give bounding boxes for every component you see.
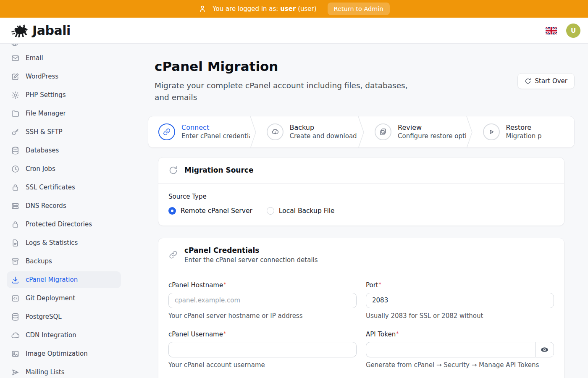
step-title: Backup	[290, 123, 358, 131]
radio-remote-cpanel-server[interactable]: Remote cPanel Server	[168, 207, 252, 215]
sidebar-item-databases[interactable]: Databases	[7, 142, 121, 159]
code-icon	[11, 294, 20, 303]
link-icon	[163, 128, 171, 136]
step-description: Create and download backup	[290, 132, 358, 140]
cloud-download-icon	[271, 128, 279, 136]
step-circle	[375, 123, 391, 140]
step-description: Migration p	[506, 132, 542, 140]
migration-stepper: ConnectEnter cPanel credentialsBackupCre…	[148, 116, 575, 148]
lock-icon	[11, 220, 20, 229]
sidebar-nav: EmailWordPressPHP SettingsFile ManagerSS…	[0, 44, 128, 378]
sidebar-item-image-optimization[interactable]: Image Optimization	[7, 345, 121, 362]
sidebar-item-ssl-certificates[interactable]: SSL Certificates	[7, 179, 121, 196]
admin-impersonation-bar: You are logged in as: user (user) Return…	[0, 0, 588, 18]
sidebar-item-cron-jobs[interactable]: Cron Jobs	[7, 160, 121, 177]
step-separator	[250, 116, 257, 147]
api-token-field: API Token* Generate from cPanel → Securi…	[366, 331, 554, 369]
sidebar-item-php-settings[interactable]: PHP Settings	[7, 87, 121, 103]
step-review[interactable]: ReviewConfigure restore options	[365, 116, 466, 147]
sidebar-item-label: Logs & Statistics	[26, 239, 78, 247]
port-helper: Usually 2083 for SSL or 2082 without	[366, 312, 554, 320]
play-icon	[487, 128, 496, 136]
app-header: Jabali U	[0, 18, 588, 44]
sidebar-item-protected-directories[interactable]: Protected Directories	[7, 216, 121, 233]
username-field: cPanel Username* Your cPanel account use…	[168, 331, 357, 369]
sidebar-item-postgresql[interactable]: PostgreSQL	[7, 308, 121, 325]
hostname-label: cPanel Hostname*	[168, 281, 357, 289]
username-input[interactable]	[168, 342, 357, 357]
api-token-input[interactable]	[366, 342, 536, 357]
hostname-input[interactable]	[168, 293, 357, 308]
return-to-admin-button[interactable]: Return to Admin	[328, 3, 390, 15]
port-field: Port* Usually 2083 for SSL or 2082 witho…	[366, 281, 554, 320]
sidebar-item-email[interactable]: Email	[7, 50, 121, 66]
sidebar-item-wordpress[interactable]: WordPress	[7, 68, 121, 85]
gear-icon	[11, 91, 20, 100]
refresh-icon	[525, 78, 531, 84]
sidebar-item-label: Databases	[26, 147, 59, 154]
sidebar-item-label: Mailing Lists	[26, 368, 64, 376]
username-label: cPanel Username*	[168, 331, 357, 338]
sidebar-item-label: PHP Settings	[26, 91, 66, 99]
sidebar-item-label: DNS Records	[26, 202, 66, 210]
copy-check-icon	[379, 128, 387, 136]
step-description: Configure restore options	[398, 132, 466, 140]
sidebar-item-label: SSH & SFTP	[26, 128, 63, 136]
clock-icon	[11, 165, 20, 173]
database-icon	[11, 146, 20, 155]
brand-logo[interactable]: Jabali	[11, 23, 71, 38]
sidebar-item-label: Protected Directories	[26, 220, 92, 228]
source-type-label: Source Type	[168, 193, 554, 200]
sidebar-item-ssh-sftp[interactable]: SSH & SFTP	[7, 123, 121, 140]
globe-icon	[10, 44, 19, 47]
sidebar-item-file-manager[interactable]: File Manager	[7, 105, 121, 122]
username-helper: Your cPanel account username	[168, 361, 357, 369]
sidebar-item-label: PostgreSQL	[26, 313, 62, 320]
boar-icon	[11, 23, 29, 38]
credentials-title: cPanel Credentials	[184, 246, 318, 255]
sidebar-item-label: Cron Jobs	[26, 165, 55, 173]
uk-flag-icon[interactable]	[546, 27, 557, 34]
sidebar-item-logs-statistics[interactable]: Logs & Statistics	[7, 234, 121, 251]
server-icon	[11, 202, 20, 210]
step-circle	[267, 123, 284, 140]
hostname-field: cPanel Hostname* Your cPanel server host…	[168, 281, 357, 320]
hostname-helper: Your cPanel server hostname or IP addres…	[168, 312, 357, 320]
logged-in-username: user	[280, 5, 296, 13]
sidebar-item-cpanel-migration[interactable]: cPanel Migration	[7, 271, 121, 288]
step-separator	[466, 116, 473, 147]
edit-icon	[11, 72, 20, 81]
migration-source-card: Migration Source Source Type Remote cPan…	[158, 157, 564, 226]
eye-icon	[540, 345, 549, 354]
sidebar-item-label: File Manager	[26, 110, 66, 117]
sidebar-item-label: WordPress	[26, 73, 58, 80]
sidebar-item-mailing-lists[interactable]: Mailing Lists	[7, 364, 121, 378]
port-label: Port*	[366, 281, 554, 289]
logged-in-message: You are logged in as: user (user)	[213, 5, 316, 13]
refresh-icon	[168, 165, 178, 175]
port-input[interactable]	[366, 293, 554, 308]
page-title: cPanel Migration	[155, 59, 419, 74]
sidebar-item-backups[interactable]: Backups	[7, 253, 121, 270]
step-backup[interactable]: BackupCreate and download backup	[257, 116, 358, 147]
toggle-token-visibility-button[interactable]	[536, 342, 554, 357]
radio-unselected-icon	[267, 207, 274, 215]
lock-icon	[11, 183, 20, 192]
credentials-subtitle: Enter the cPanel server connection detai…	[184, 256, 318, 264]
sidebar-item-label: Backups	[26, 257, 52, 265]
step-title: Review	[398, 123, 466, 131]
brand-name: Jabali	[32, 23, 71, 38]
logged-in-role: (user)	[298, 5, 316, 13]
user-avatar[interactable]: U	[566, 24, 580, 38]
start-over-button[interactable]: Start Over	[517, 73, 575, 89]
step-circle	[483, 123, 500, 140]
sidebar-item-git-deployment[interactable]: Git Deployment	[7, 290, 121, 307]
step-restore[interactable]: RestoreMigration p	[473, 116, 575, 147]
sidebar-item-dns-records[interactable]: DNS Records	[7, 197, 121, 214]
radio-local-backup-file[interactable]: Local Backup File	[267, 207, 335, 215]
sidebar-item-cdn-integration[interactable]: CDN Integration	[7, 327, 121, 344]
archive-icon	[11, 257, 20, 266]
step-circle	[158, 123, 175, 140]
sidebar-item-label: SSL Certificates	[26, 184, 75, 191]
step-connect[interactable]: ConnectEnter cPanel credentials	[148, 116, 250, 147]
